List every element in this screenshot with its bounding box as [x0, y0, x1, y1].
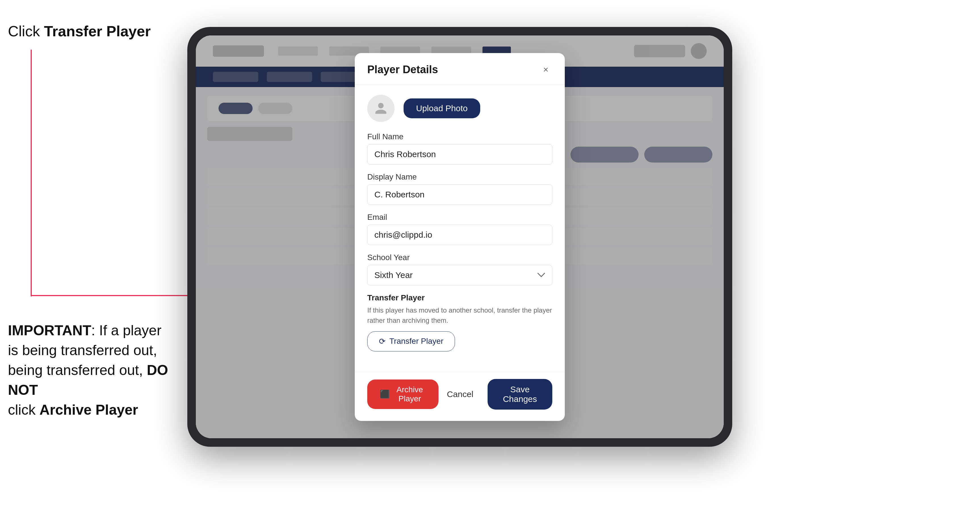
tablet-screen: Player Details × Upload Photo — [196, 35, 724, 438]
email-input[interactable] — [367, 225, 552, 245]
school-year-group: School Year First Year Second Year Third… — [367, 253, 552, 285]
school-year-label: School Year — [367, 253, 552, 262]
modal-footer: ⬛ Archive Player Cancel Save Changes — [355, 372, 565, 421]
archive-btn-label: Archive Player — [394, 385, 426, 403]
modal-body: Upload Photo Full Name Display Name — [355, 84, 565, 372]
transfer-player-button[interactable]: ⟳ Transfer Player — [367, 331, 455, 351]
transfer-player-section: Transfer Player If this player has moved… — [367, 293, 552, 351]
upload-photo-button[interactable]: Upload Photo — [404, 98, 480, 118]
instruction-text2: being transferred out, DO NOT — [8, 362, 168, 398]
footer-right-actions: Cancel Save Changes — [439, 379, 552, 410]
instruction-text3: click Archive Player — [8, 402, 138, 418]
display-name-label: Display Name — [367, 173, 552, 181]
instruction-important: IMPORTANT — [8, 322, 91, 338]
school-year-select[interactable]: First Year Second Year Third Year Fourth… — [367, 265, 552, 285]
transfer-icon: ⟳ — [379, 337, 385, 346]
display-name-input[interactable] — [367, 184, 552, 205]
instruction-bottom: IMPORTANT: If a player is being transfer… — [8, 321, 173, 420]
instruction-archive-ref: Archive Player — [40, 402, 138, 418]
instruction-top: Click Transfer Player — [8, 23, 151, 40]
full-name-group: Full Name — [367, 132, 552, 165]
instruction-prefix: Click — [8, 23, 44, 40]
archive-icon: ⬛ — [380, 389, 390, 399]
modal-title: Player Details — [367, 63, 438, 76]
modal-overlay: Player Details × Upload Photo — [196, 35, 724, 438]
avatar-placeholder — [367, 95, 395, 122]
email-group: Email — [367, 213, 552, 245]
cancel-button[interactable]: Cancel — [439, 384, 482, 405]
instruction-do-not: DO NOT — [8, 362, 168, 398]
tablet-device: Player Details × Upload Photo — [187, 27, 732, 447]
email-label: Email — [367, 213, 552, 222]
archive-player-button[interactable]: ⬛ Archive Player — [367, 379, 439, 409]
player-details-modal: Player Details × Upload Photo — [355, 53, 565, 421]
transfer-btn-label: Transfer Player — [390, 337, 443, 346]
display-name-group: Display Name — [367, 173, 552, 205]
modal-close-button[interactable]: × — [539, 63, 552, 76]
transfer-section-description: If this player has moved to another scho… — [367, 305, 552, 325]
transfer-section-title: Transfer Player — [367, 293, 552, 302]
instruction-bold: Transfer Player — [44, 23, 151, 40]
full-name-input[interactable] — [367, 144, 552, 165]
user-icon — [374, 102, 388, 115]
save-changes-button[interactable]: Save Changes — [488, 379, 552, 410]
modal-header: Player Details × — [355, 53, 565, 84]
annotation-line-vertical — [31, 50, 32, 297]
full-name-label: Full Name — [367, 132, 552, 141]
photo-row: Upload Photo — [367, 95, 552, 122]
